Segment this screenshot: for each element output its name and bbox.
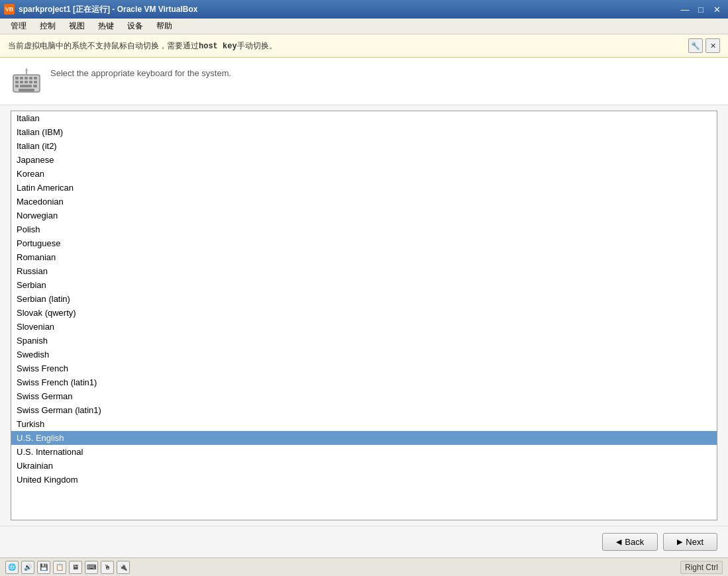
status-icon-4[interactable]: 📋 <box>53 561 66 574</box>
list-item[interactable]: Portuguese <box>11 236 717 250</box>
list-item[interactable]: Swedish <box>11 348 717 361</box>
list-item[interactable]: United Kingdom <box>11 473 717 487</box>
list-item[interactable]: Norwegian <box>11 209 717 222</box>
list-item[interactable]: Swiss German (latin1) <box>11 403 717 417</box>
svg-rect-11 <box>15 85 19 87</box>
notification-icon-2[interactable]: ✕ <box>705 38 720 53</box>
svg-rect-13 <box>33 85 37 87</box>
notification-text: 当前虚拟电脑中的系统不支持鼠标自动切换，需要通过host key手动切换。 <box>8 40 688 52</box>
list-item[interactable]: Spanish <box>11 334 717 348</box>
close-button[interactable]: ✕ <box>709 3 724 16</box>
list-item[interactable]: Serbian (latin) <box>11 292 717 306</box>
list-item[interactable]: Polish <box>11 222 717 236</box>
dialog-header: Select the appropriate keyboard for the … <box>0 58 728 105</box>
list-item[interactable]: Japanese <box>11 153 717 167</box>
keyboard-list-container: ItalianItalian (IBM)Italian (it2)Japanes… <box>11 111 717 520</box>
main-content: Select the appropriate keyboard for the … <box>0 58 728 557</box>
list-item[interactable]: Slovenian <box>11 320 717 334</box>
status-icon-1[interactable]: 🌐 <box>5 561 19 574</box>
notification-icon-1[interactable]: 🔧 <box>688 38 703 53</box>
dialog-description: Select the appropriate keyboard for the … <box>50 66 231 78</box>
menu-control[interactable]: 控制 <box>34 19 61 33</box>
list-item[interactable]: Turkish <box>11 417 717 431</box>
menu-manage[interactable]: 管理 <box>5 19 32 33</box>
svg-rect-8 <box>25 81 28 83</box>
title-bar: VB sparkproject1 [正在运行] - Oracle VM Virt… <box>0 0 728 19</box>
list-item[interactable]: U.S. English <box>11 431 717 445</box>
list-item[interactable]: Ukrainian <box>11 459 717 473</box>
svg-rect-4 <box>29 77 32 79</box>
next-icon: ▶ <box>677 538 682 546</box>
svg-rect-12 <box>20 85 32 87</box>
svg-rect-5 <box>34 77 37 79</box>
button-row: ◀ Back ▶ Next <box>0 526 728 557</box>
notification-icons: 🔧 ✕ <box>688 38 720 53</box>
status-icon-2[interactable]: 🔊 <box>21 561 34 574</box>
window-title: sparkproject1 [正在运行] - Oracle VM Virtual… <box>19 4 198 15</box>
list-item[interactable]: Slovak (qwerty) <box>11 306 717 320</box>
list-item[interactable]: Italian (IBM) <box>11 125 717 139</box>
list-item[interactable]: U.S. International <box>11 445 717 459</box>
menu-help[interactable]: 帮助 <box>151 19 178 33</box>
list-item[interactable]: Latin American <box>11 181 717 195</box>
back-icon: ◀ <box>616 538 621 546</box>
menu-hotkey[interactable]: 热键 <box>93 19 119 33</box>
svg-rect-3 <box>25 77 28 79</box>
list-item[interactable]: Swiss French <box>11 361 717 375</box>
svg-rect-9 <box>29 81 32 83</box>
list-item[interactable]: Swiss French (latin1) <box>11 375 717 389</box>
svg-rect-14 <box>19 89 34 91</box>
status-icon-7[interactable]: 🖱 <box>101 561 114 574</box>
menu-view[interactable]: 视图 <box>64 19 90 33</box>
list-item[interactable]: Korean <box>11 167 717 181</box>
maximize-button[interactable]: □ <box>694 3 708 16</box>
status-icon-5[interactable]: 🖥 <box>69 561 82 574</box>
menu-device[interactable]: 设备 <box>122 19 148 33</box>
dialog-subtitle: Select the appropriate keyboard for the … <box>50 68 231 78</box>
window-controls: — □ ✕ <box>678 3 724 16</box>
list-item[interactable]: Serbian <box>11 278 717 292</box>
list-item[interactable]: Macedonian <box>11 195 717 209</box>
list-item[interactable]: Italian <box>11 111 717 125</box>
status-icon-3[interactable]: 💾 <box>37 561 50 574</box>
list-item[interactable]: Italian (it2) <box>11 139 717 153</box>
status-icon-8[interactable]: 🔌 <box>117 561 130 574</box>
svg-rect-7 <box>20 81 23 83</box>
virtualbox-icon: VB <box>4 4 15 15</box>
keyboard-list-scroll[interactable]: ItalianItalian (IBM)Italian (it2)Japanes… <box>11 111 717 520</box>
host-key-indicator: Right Ctrl <box>680 561 723 574</box>
list-item[interactable]: Romanian <box>11 250 717 264</box>
menu-bar: 管理 控制 视图 热键 设备 帮助 <box>0 19 728 34</box>
status-bar: 🌐 🔊 💾 📋 🖥 ⌨ 🖱 🔌 Right Ctrl <box>0 557 728 576</box>
status-icon-6[interactable]: ⌨ <box>85 561 98 574</box>
svg-rect-1 <box>15 77 19 79</box>
svg-rect-6 <box>15 81 19 83</box>
status-icons: 🌐 🔊 💾 📋 🖥 ⌨ 🖱 🔌 <box>5 561 130 574</box>
back-button[interactable]: ◀ Back <box>602 533 658 551</box>
list-item[interactable]: Russian <box>11 264 717 278</box>
list-item[interactable]: Swiss German <box>11 389 717 403</box>
notification-bar: 当前虚拟电脑中的系统不支持鼠标自动切换，需要通过host key手动切换。 🔧 … <box>0 34 728 58</box>
keyboard-icon <box>11 66 42 99</box>
title-bar-left: VB sparkproject1 [正在运行] - Oracle VM Virt… <box>4 4 198 15</box>
svg-rect-2 <box>20 77 23 79</box>
svg-rect-10 <box>34 81 37 83</box>
minimize-button[interactable]: — <box>678 3 692 16</box>
next-button[interactable]: ▶ Next <box>663 533 717 551</box>
